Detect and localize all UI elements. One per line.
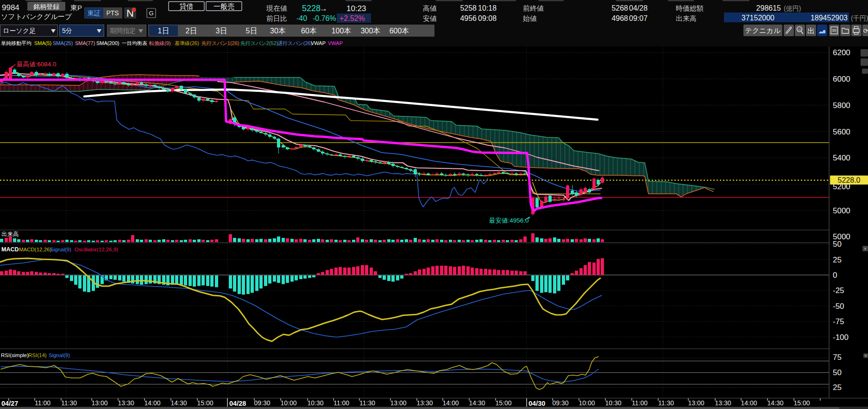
svg-text:RSI(simple): RSI(simple) [1,352,29,358]
svg-text:10:30: 10:30 [307,399,323,407]
svg-text:-25: -25 [833,286,844,295]
svg-text:貸借: 貸借 [180,2,194,10]
svg-text:先行スパン2(52): 先行スパン2(52) [240,40,278,46]
svg-text:東証: 東証 [88,9,101,17]
svg-text:0: 0 [833,271,837,280]
svg-text:04/30: 04/30 [528,400,545,407]
svg-text:5228.0: 5228.0 [838,176,861,184]
svg-text:10:23: 10:23 [346,4,366,13]
svg-text:123: 123 [798,29,801,31]
svg-text:10:00: 10:00 [579,399,595,407]
svg-text:75: 75 [833,353,842,362]
svg-text:出来高: 出来高 [676,14,697,22]
svg-text:298615: 298615 [756,4,781,12]
svg-text:13:00: 13:00 [91,399,107,407]
svg-text:13:00: 13:00 [390,399,406,407]
svg-text:09:30: 09:30 [552,399,568,407]
svg-text:5268: 5268 [611,4,628,12]
svg-text:14:30: 14:30 [469,399,485,407]
svg-text:60本: 60本 [301,27,317,35]
svg-text:25: 25 [833,383,842,392]
svg-text:高値: 高値 [423,4,437,12]
svg-text:189452903: 189452903 [811,14,848,22]
svg-text:出来高: 出来高 [1,231,19,237]
svg-text:15:00: 15:00 [495,399,511,407]
svg-text:先行スパン1(26): 先行スパン1(26) [201,40,239,46]
svg-text:最安値:4956.0: 最安値:4956.0 [489,217,529,224]
svg-text:04/28: 04/28 [229,400,246,407]
svg-text:5258: 5258 [460,4,477,12]
svg-text:-75: -75 [833,317,844,326]
svg-text:5400: 5400 [833,153,850,162]
svg-text:×: × [864,246,867,251]
svg-text:前日比: 前日比 [266,14,287,22]
svg-text:13:30: 13:30 [118,399,134,407]
svg-text:11:30: 11:30 [61,399,77,407]
svg-text:(千円): (千円) [851,14,868,22]
svg-text:一目均衡表: 一目均衡表 [122,40,147,46]
svg-text:30本: 30本 [270,27,286,35]
svg-text:11:00: 11:00 [35,399,50,407]
svg-text:一般売: 一般売 [214,2,234,10]
svg-text:5000: 5000 [833,206,850,215]
svg-text:MACD: MACD [1,246,19,253]
svg-text:11:00: 11:00 [632,399,648,407]
svg-text:MACD(12,26): MACD(12,26) [19,247,51,252]
svg-text:SMA(5): SMA(5) [34,40,51,46]
svg-text:(億円): (億円) [784,5,801,12]
svg-text:始値: 始値 [522,14,537,22]
svg-text:3日: 3日 [216,27,227,35]
svg-text:14:30: 14:30 [767,399,783,407]
svg-text:14:00: 14:00 [741,399,757,407]
svg-text:04/28: 04/28 [629,4,648,12]
svg-text:-100: -100 [833,333,849,342]
svg-text:G: G [149,10,153,17]
svg-text:600本: 600本 [390,27,409,35]
svg-text:×: × [864,353,867,358]
svg-text:4968: 4968 [611,14,628,22]
svg-text:遅行スパン(26): 遅行スパン(26) [277,40,312,46]
svg-text:6000: 6000 [833,75,850,83]
svg-text:VWAP: VWAP [328,40,343,46]
svg-text:09:07: 09:07 [629,14,648,22]
svg-text:東P: 東P [70,4,82,12]
svg-text:現在値: 現在値 [266,4,287,12]
svg-text:時価総額: 時価総額 [676,4,704,12]
svg-text:Signal(9): Signal(9) [50,247,71,252]
svg-text:5800: 5800 [833,101,850,110]
svg-text:10:00: 10:00 [280,399,296,407]
svg-text:50: 50 [833,240,842,249]
svg-text:転換線(9): 転換線(9) [149,40,170,46]
svg-text:VWAP: VWAP [311,40,326,46]
svg-text:SMA(77): SMA(77) [75,40,95,46]
svg-text:5228: 5228 [302,4,321,13]
svg-text:15:00: 15:00 [793,399,810,407]
svg-text:2日: 2日 [186,27,197,35]
svg-text:単純移動平均: 単純移動平均 [1,40,31,46]
svg-text:13:30: 13:30 [715,399,731,407]
svg-text:37152000: 37152000 [742,14,774,22]
svg-text:テクニカル: テクニカル [745,26,781,34]
svg-text:-40: -40 [296,14,307,22]
svg-text:-0.76%: -0.76% [313,14,336,22]
svg-text:Signal(9): Signal(9) [49,352,70,358]
svg-text:10:30: 10:30 [605,399,621,407]
svg-text:基準線(26): 基準線(26) [175,40,199,46]
svg-text:300本: 300本 [361,27,381,35]
svg-text:銘柄登録: 銘柄登録 [33,3,60,10]
svg-text:11:30: 11:30 [359,399,375,407]
svg-text:11:30: 11:30 [658,399,674,407]
svg-text:最高値:6084.0: 最高値:6084.0 [16,61,57,68]
svg-text:1日: 1日 [158,27,170,35]
svg-text:安値: 安値 [423,14,437,22]
svg-text:04/27: 04/27 [1,400,18,407]
svg-text:100本: 100本 [332,27,352,35]
svg-text:15:00: 15:00 [197,399,213,407]
svg-text:10:18: 10:18 [478,4,497,12]
svg-text:09:30: 09:30 [254,399,270,407]
svg-text:13:30: 13:30 [416,399,433,407]
svg-text:SMA(25): SMA(25) [53,40,73,46]
svg-text:13:00: 13:00 [688,399,704,407]
svg-text:前終値: 前終値 [523,4,544,12]
svg-text:5分: 5分 [62,27,72,34]
